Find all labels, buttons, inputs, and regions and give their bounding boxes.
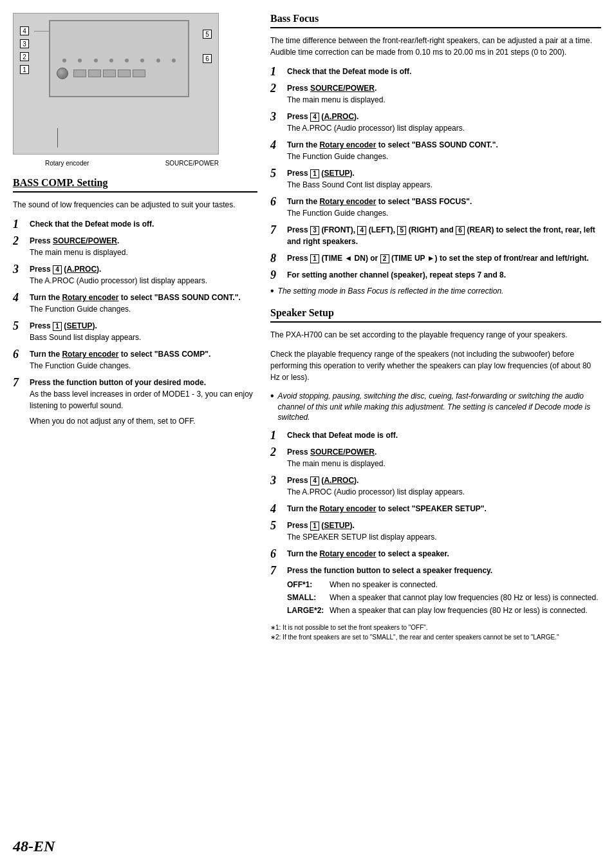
button-4: 4 <box>20 26 29 35</box>
bass-focus-step-2: 2 Press SOURCE/POWER. The main menu is d… <box>270 82 601 106</box>
footnote-2: ∗2: If the front speakers are set to "SM… <box>270 632 601 642</box>
bass-comp-step-6: 6 Turn the Rotary encoder to select "BAS… <box>13 348 257 372</box>
bass-comp-step-4: 4 Turn the Rotary encoder to select "BAS… <box>13 292 257 315</box>
bass-focus-step-1: 1 Check that the Defeat mode is off. <box>270 66 601 77</box>
bass-comp-step-5: 5 Press 1 (SETUP). Bass Sound list displ… <box>13 320 257 343</box>
bass-focus-step-7: 7 Press 3 (FRONT), 4 (LEFT), 5 (RIGHT) a… <box>270 224 601 247</box>
footnote-1: ∗1: It is not possible to set the front … <box>270 623 601 632</box>
right-column: Bass Focus The time difference between t… <box>270 13 601 855</box>
page-number: 48-EN <box>13 838 55 855</box>
bass-focus-section: Bass Focus The time difference between t… <box>270 13 601 297</box>
device-labels: Rotary encoder SOURCE/POWER <box>13 160 219 167</box>
left-column: 4 3 2 1 5 6 <box>13 13 257 855</box>
bass-focus-step-4: 4 Turn the Rotary encoder to select "BAS… <box>270 139 601 162</box>
large-label: LARGE*2: <box>287 605 326 616</box>
small-label: SMALL: <box>287 592 326 603</box>
source-power-label: SOURCE/POWER <box>165 160 219 167</box>
small-desc: When a speaker that cannot play low freq… <box>330 592 601 603</box>
bass-comp-title: BASS COMP. Setting <box>13 177 257 193</box>
bass-focus-steps: 1 Check that the Defeat mode is off. 2 P… <box>270 66 601 281</box>
device-image: 4 3 2 1 5 6 <box>13 13 219 155</box>
bass-comp-step-7: 7 Press the function button of your desi… <box>13 377 257 427</box>
large-desc: When a speaker that can play low frequen… <box>330 605 601 616</box>
bass-focus-title: Bass Focus <box>270 13 601 28</box>
button-5: 5 <box>203 30 212 39</box>
frequency-options-table: OFF*1: When no speaker is connected. SMA… <box>287 579 601 616</box>
bass-focus-description: The time difference between the front-re… <box>270 35 601 58</box>
speaker-setup-section: Speaker Setup The PXA-H700 can be set ac… <box>270 307 601 642</box>
button-6: 6 <box>203 54 212 63</box>
button-1: 1 <box>20 65 29 74</box>
rotary-encoder-visual <box>57 68 68 79</box>
bass-focus-step-8: 8 Press 1 (TIME ◄ DN) or 2 (TIME UP ►) t… <box>270 252 601 264</box>
bass-comp-step-1: 1 Check that the Defeat mode is off. <box>13 218 257 230</box>
speaker-step-5: 5 Press 1 (SETUP). The SPEAKER SETUP lis… <box>270 520 601 543</box>
rotary-encoder-label: Rotary encoder <box>45 160 89 167</box>
speaker-setup-desc1: The PXA-H700 can be set according to the… <box>270 329 601 341</box>
speaker-step-7: 7 Press the function button to select a … <box>270 565 601 616</box>
bass-focus-note: • The setting mode in Bass Focus is refl… <box>270 286 601 297</box>
speaker-step-4: 4 Turn the Rotary encoder to select "SPE… <box>270 503 601 514</box>
bass-comp-section: BASS COMP. Setting The sound of low freq… <box>13 177 257 427</box>
off-label: OFF*1: <box>287 579 326 590</box>
speaker-setup-warning: • Avoid stopping, pausing, switching the… <box>270 391 601 423</box>
bass-comp-description: The sound of low frequencies can be adju… <box>13 199 257 211</box>
bass-focus-step-3: 3 Press 4 (A.PROC). The A.PROC (Audio pr… <box>270 111 601 134</box>
off-desc: When no speaker is connected. <box>330 579 601 590</box>
speaker-step-1: 1 Check that Defeat mode is off. <box>270 429 601 441</box>
speaker-footnotes: ∗1: It is not possible to set the front … <box>270 623 601 642</box>
bass-comp-step-3: 3 Press 4 (A.PROC). The A.PROC (Audio pr… <box>13 263 257 287</box>
bass-focus-step-6: 6 Turn the Rotary encoder to select "BAS… <box>270 196 601 219</box>
speaker-setup-title: Speaker Setup <box>270 307 601 323</box>
speaker-step-6: 6 Turn the Rotary encoder to select a sp… <box>270 548 601 560</box>
speaker-setup-steps: 1 Check that Defeat mode is off. 2 Press… <box>270 429 601 616</box>
bass-comp-step-2: 2 Press SOURCE/POWER. The main menu is d… <box>13 235 257 258</box>
speaker-step-3: 3 Press 4 (A.PROC). The A.PROC (Audio pr… <box>270 475 601 498</box>
speaker-step-2: 2 Press SOURCE/POWER. The main menu is d… <box>270 446 601 469</box>
bass-comp-steps: 1 Check that the Defeat mode is off. 2 P… <box>13 218 257 427</box>
button-3: 3 <box>20 39 29 48</box>
speaker-setup-desc2: Check the playable frequency range of th… <box>270 348 601 383</box>
bass-focus-step-5: 5 Press 1 (SETUP). The Bass Sound Cont l… <box>270 167 601 191</box>
bass-focus-step-9: 9 For setting another channel (speaker),… <box>270 269 601 281</box>
button-2: 2 <box>20 52 29 61</box>
